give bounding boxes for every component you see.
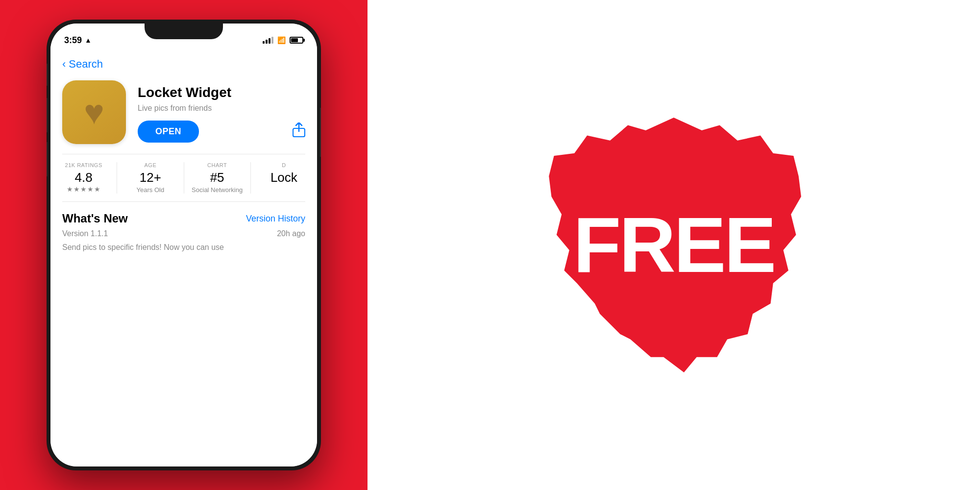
time-display: 3:59 bbox=[64, 35, 82, 46]
free-sticker: FREE bbox=[546, 118, 801, 372]
app-subtitle: Live pics from friends bbox=[138, 104, 305, 113]
chart-label: CHART bbox=[188, 162, 246, 168]
age-value: 12+ bbox=[121, 170, 179, 185]
nav-back[interactable]: ‹ Search bbox=[50, 50, 317, 74]
back-chevron-icon: ‹ bbox=[62, 58, 66, 71]
stat-ratings: 21K RATINGS 4.8 ★★★★★ bbox=[50, 162, 117, 194]
app-info: Locket Widget Live pics from friends OPE… bbox=[138, 80, 305, 143]
app-content: ‹ Search ♥ Locket Widget Live pics from … bbox=[50, 50, 317, 466]
app-icon: ♥ bbox=[62, 80, 126, 144]
ratings-label: 21K RATINGS bbox=[54, 162, 113, 168]
version-age: 20h ago bbox=[277, 229, 305, 238]
app-name: Locket Widget bbox=[138, 84, 305, 101]
star-rating: ★★★★★ bbox=[54, 185, 113, 193]
age-label: AGE bbox=[121, 162, 179, 168]
heart-icon: ♥ bbox=[84, 95, 104, 129]
category-value: Lock bbox=[255, 170, 313, 185]
status-time: 3:59 ▲ bbox=[64, 35, 92, 46]
back-label[interactable]: Search bbox=[69, 58, 103, 71]
chart-sub: Social Networking bbox=[188, 186, 246, 194]
ratings-value: 4.8 bbox=[54, 170, 113, 185]
status-icons: 📶 bbox=[263, 36, 303, 44]
share-button[interactable] bbox=[293, 122, 305, 141]
stat-category: D Lock bbox=[251, 162, 317, 194]
silent-button bbox=[47, 64, 48, 86]
version-info: Version 1.1.1 20h ago bbox=[50, 225, 317, 238]
chart-value: #5 bbox=[188, 170, 246, 185]
free-text: FREE bbox=[573, 206, 775, 284]
power-button bbox=[320, 108, 321, 157]
battery-icon bbox=[290, 37, 303, 44]
right-panel: FREE bbox=[368, 0, 980, 490]
category-label: D bbox=[255, 162, 313, 168]
version-history-link[interactable]: Version History bbox=[246, 214, 305, 224]
volume-up-button bbox=[47, 98, 48, 132]
phone-notch bbox=[145, 24, 223, 39]
open-button[interactable]: OPEN bbox=[138, 121, 199, 143]
signal-icon bbox=[263, 37, 273, 44]
phone-mockup: 3:59 ▲ 📶 bbox=[47, 20, 321, 470]
wifi-icon: 📶 bbox=[277, 36, 286, 44]
version-number: Version 1.1.1 bbox=[62, 229, 108, 238]
version-description: Send pics to specific friends! Now you c… bbox=[50, 238, 317, 253]
whats-new-title: What's New bbox=[62, 212, 128, 225]
whats-new-header: What's New Version History bbox=[50, 202, 317, 225]
app-header: ♥ Locket Widget Live pics from friends O… bbox=[50, 74, 317, 154]
location-arrow-icon: ▲ bbox=[85, 36, 92, 44]
app-actions: OPEN bbox=[138, 121, 305, 143]
volume-down-button bbox=[47, 142, 48, 176]
age-sub: Years Old bbox=[121, 186, 179, 194]
stat-chart: CHART #5 Social Networking bbox=[184, 162, 251, 194]
stat-age: AGE 12+ Years Old bbox=[117, 162, 184, 194]
left-panel: 3:59 ▲ 📶 bbox=[0, 0, 368, 490]
phone-screen: 3:59 ▲ 📶 bbox=[50, 24, 317, 466]
free-sticker-wrapper: FREE bbox=[546, 118, 801, 372]
stats-row: 21K RATINGS 4.8 ★★★★★ AGE 12+ Years Old … bbox=[50, 154, 317, 201]
